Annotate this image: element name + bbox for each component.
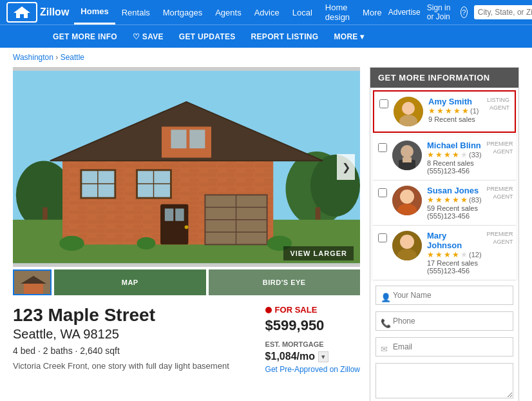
breadcrumb: Washington › Seattle <box>0 48 532 67</box>
email-icon: ✉ <box>381 344 388 353</box>
michael-avatar-img <box>392 141 422 170</box>
agent-info-susan: Susan Jones ★★★★★ (83) 59 Recent sales (… <box>427 186 482 220</box>
next-arrow[interactable]: ❯ <box>337 154 355 180</box>
header-right: Advertise Sign in or Join ? 🔍 <box>388 3 532 21</box>
agent-checkbox-susan[interactable] <box>378 188 387 197</box>
nav-advice[interactable]: Advice <box>248 0 286 24</box>
map-btn[interactable]: MAP <box>54 269 206 295</box>
zillow-logo[interactable]: Zillow <box>6 2 69 23</box>
agent-sales-mary: 17 Recent sales <box>427 259 482 267</box>
agent-item-amy: Amy Smith ★★★★★ (1) 9 Recent sales LISTI… <box>373 90 516 133</box>
breadcrumb-washington[interactable]: Washington <box>13 53 53 62</box>
nav-mortgages[interactable]: Mortgages <box>157 0 209 24</box>
breadcrumb-seattle[interactable]: Seattle <box>61 53 84 62</box>
main-content: VIEW LARGER ❯ MAP BIRD'S EYE 123 Maple S… <box>0 67 532 401</box>
logo-text: Zillow <box>40 6 69 18</box>
agent-badge-michael: PREMIERAGENT <box>487 141 513 155</box>
agent-avatar-susan <box>392 186 422 215</box>
breadcrumb-separator: › <box>55 53 60 62</box>
agent-phone-susan: (555)123-456 <box>427 212 482 220</box>
get-updates-btn[interactable]: GET UPDATES <box>171 25 243 48</box>
nav-local[interactable]: Local <box>286 0 319 24</box>
for-sale-label: FOR SALE <box>275 305 318 315</box>
agent-stars-susan: ★★★★★ (83) <box>427 195 482 204</box>
agent-checkbox-michael[interactable] <box>378 143 387 152</box>
agent-avatar-amy <box>394 97 423 126</box>
svg-point-41 <box>402 102 415 115</box>
view-larger-btn[interactable]: VIEW LARGER <box>283 246 354 260</box>
property-image-wrap: VIEW LARGER ❯ <box>13 67 360 267</box>
agent-name-mary[interactable]: Mary Johnson <box>427 231 482 250</box>
thumbnail-1[interactable] <box>13 269 52 295</box>
star-1: ★ <box>428 106 435 115</box>
agent-stars-mary: ★★★★★ (12) <box>427 250 482 259</box>
advertise-link[interactable]: Advertise <box>388 8 421 17</box>
star-3: ★ <box>445 106 452 115</box>
agent-checkbox-mary[interactable] <box>378 233 387 242</box>
agent-checkbox-amy[interactable] <box>379 99 388 108</box>
nav-homes[interactable]: Homes <box>74 0 115 24</box>
sub-nav: GET MORE INFO ♡ SAVE GET UPDATES REPORT … <box>0 24 532 48</box>
agent-name-amy[interactable]: Amy Smith <box>428 97 482 106</box>
svg-rect-39 <box>24 284 43 295</box>
svg-point-44 <box>401 145 413 158</box>
agent-item-susan: Susan Jones ★★★★★ (83) 59 Recent sales (… <box>373 181 516 226</box>
property-address-block: 123 Maple Street Seattle, WA 98125 4 bed… <box>13 305 229 371</box>
name-input-wrap: 👤 <box>375 286 513 308</box>
message-textarea[interactable] <box>375 363 513 398</box>
agent-review-count-mary: (12) <box>469 251 482 259</box>
contact-form: 👤 📞 ✉ Contact Agent I want to get pre-ap… <box>370 280 518 401</box>
star-5: ★ <box>462 106 469 115</box>
email-input[interactable] <box>375 337 513 357</box>
nav-home-design[interactable]: Home design <box>319 0 356 24</box>
zillow-logo-icon <box>12 5 32 19</box>
info-panel: GET MORE INFORMATION Amy Smith ★★★★★ (1) <box>370 67 519 401</box>
more-btn[interactable]: MORE ▾ <box>326 25 372 48</box>
nav-rentals[interactable]: Rentals <box>115 0 157 24</box>
agent-avatar-mary <box>392 231 422 260</box>
birds-eye-btn[interactable]: BIRD'S EYE <box>209 269 361 295</box>
price-section: FOR SALE $599,950 EST. MORTGAGE $1,084/m… <box>265 305 360 374</box>
get-preapproved-link[interactable]: Get Pre-Approved on Zillow <box>265 365 360 374</box>
amy-avatar-img <box>394 97 423 126</box>
agent-stars-amy: ★★★★★ (1) <box>428 106 482 115</box>
agent-review-count-michael: (33) <box>469 151 482 159</box>
mortgage-icon[interactable]: ▾ <box>318 351 328 362</box>
agent-name-susan[interactable]: Susan Jones <box>427 186 482 195</box>
agent-phone-mary: (555)123-456 <box>427 267 482 275</box>
agent-badge-susan: PREMIERAGENT <box>487 186 513 200</box>
susan-avatar-img <box>392 186 422 215</box>
property-description: Victoria Creek Front, one story with ful… <box>13 361 229 371</box>
save-btn[interactable]: ♡ SAVE <box>125 25 171 48</box>
svg-rect-46 <box>403 157 412 162</box>
svg-rect-14 <box>171 130 186 148</box>
agent-badge-amy: LISTINGAGENT <box>487 97 509 112</box>
agent-badge-mary: PREMIERAGENT <box>487 231 513 246</box>
agent-phone-michael: (555)123-456 <box>427 167 482 175</box>
red-dot <box>265 307 272 313</box>
nav-more[interactable]: More <box>356 0 388 24</box>
help-icon[interactable]: ? <box>461 6 468 18</box>
name-input[interactable] <box>375 286 513 305</box>
agent-info-amy: Amy Smith ★★★★★ (1) 9 Recent sales <box>428 97 482 123</box>
mortgage-value: $1,084/mo <box>265 351 315 362</box>
nav-agents[interactable]: Agents <box>209 0 247 24</box>
agent-review-count-amy: (1) <box>470 107 479 115</box>
sign-in-link[interactable]: Sign in or Join <box>427 3 454 21</box>
get-more-info-btn[interactable]: GET MORE INFO <box>45 25 125 48</box>
phone-input[interactable] <box>375 311 513 331</box>
agent-review-count-susan: (83) <box>469 196 482 204</box>
property-address: 123 Maple Street <box>13 305 229 326</box>
report-listing-btn[interactable]: REPORT LISTING <box>243 25 327 48</box>
svg-point-48 <box>400 190 414 204</box>
agent-sales-susan: 59 Recent sales <box>427 204 482 212</box>
person-icon: 👤 <box>381 292 391 302</box>
est-mortgage-label: EST. MORTGAGE <box>265 340 360 348</box>
svg-marker-0 <box>14 6 30 18</box>
svg-point-25 <box>185 225 189 229</box>
left-column: VIEW LARGER ❯ MAP BIRD'S EYE 123 Maple S… <box>13 67 360 401</box>
search-input[interactable] <box>478 8 532 17</box>
property-city: Seattle, WA 98125 <box>13 327 229 342</box>
agent-name-michael[interactable]: Michael Blinn <box>427 141 482 150</box>
svg-rect-23 <box>165 208 173 220</box>
